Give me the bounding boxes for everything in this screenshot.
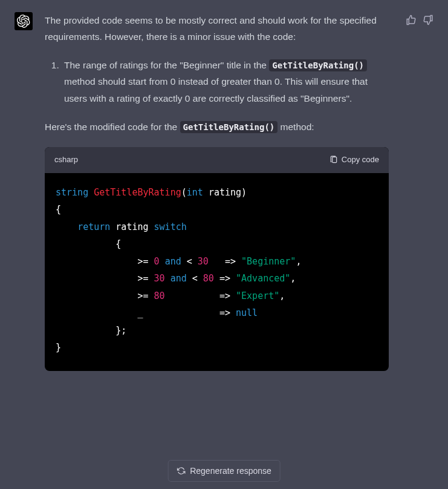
feedback-buttons [406, 12, 433, 371]
inline-code: GetTitleByRating() [269, 59, 367, 71]
clipboard-icon [330, 156, 338, 164]
thumbs-down-button[interactable] [423, 15, 433, 25]
svg-rect-0 [333, 157, 337, 162]
assistant-avatar [15, 12, 33, 30]
outro-text: Here's the modified code for the GetTitl… [45, 119, 389, 135]
code-content: string GetTitleByRating(int rating) { re… [45, 173, 389, 371]
inline-code: GetTitleByRating() [180, 121, 278, 133]
refresh-icon [177, 467, 185, 475]
message-content: The provided code seems to be mostly cor… [45, 12, 394, 371]
list-item: The range of ratings for the "Beginner" … [62, 57, 389, 106]
thumbs-down-icon [423, 15, 433, 25]
code-block: csharp Copy code string GetTitleByRating… [45, 147, 389, 371]
copy-code-button[interactable]: Copy code [330, 153, 379, 167]
intro-text: The provided code seems to be mostly cor… [45, 12, 389, 45]
regenerate-button[interactable]: Regenerate response [167, 460, 281, 482]
thumbs-up-button[interactable] [406, 15, 417, 25]
code-language: csharp [54, 153, 78, 167]
thumbs-up-icon [406, 15, 417, 25]
issues-list: The range of ratings for the "Beginner" … [45, 57, 389, 106]
code-header: csharp Copy code [45, 147, 389, 173]
